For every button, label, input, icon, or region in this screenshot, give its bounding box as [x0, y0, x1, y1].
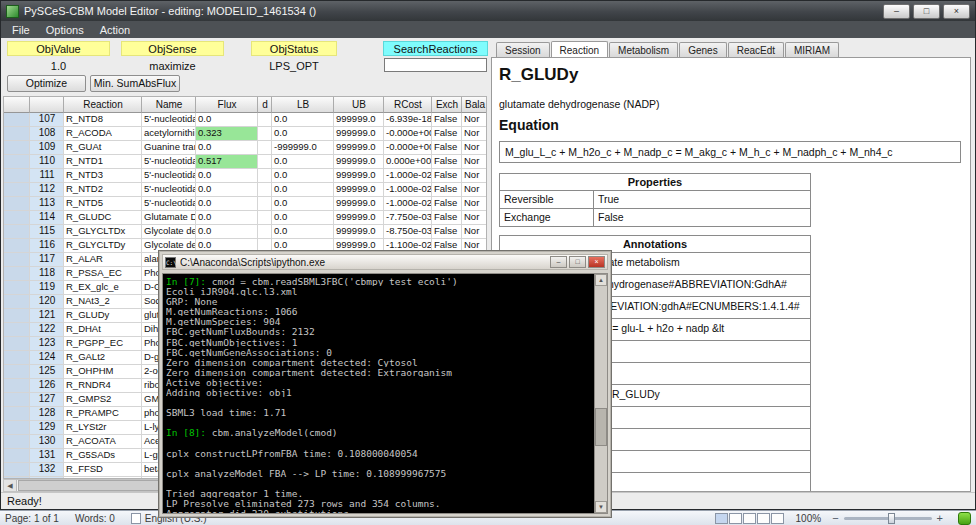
table-cell	[4, 323, 30, 337]
column-header-flux[interactable]: Flux	[196, 97, 258, 113]
table-cell	[4, 309, 30, 323]
tab-reaction[interactable]: Reaction	[551, 41, 608, 57]
console-line	[166, 478, 592, 488]
console-scrollbar[interactable]: ▲ ▼	[594, 274, 607, 513]
column-header-lb[interactable]: LB	[272, 97, 334, 113]
table-cell: 5'-nucleotidase (dUMP)	[142, 155, 196, 169]
zoom-out-button[interactable]: −	[832, 512, 838, 524]
property-label: Exchange	[499, 209, 594, 227]
web-layout-view-icon[interactable]	[743, 513, 756, 524]
column-header-bala[interactable]: Bala	[462, 97, 487, 113]
table-cell: 0.0	[196, 211, 258, 225]
console-line-text: Aggregator did 230 substitutions.	[166, 508, 355, 513]
console-close-button[interactable]: ×	[588, 256, 605, 268]
column-header-ub[interactable]: UB	[334, 97, 384, 113]
green-corner-icon[interactable]	[958, 512, 971, 525]
console-title-bar[interactable]: C:\ C:\Anaconda\Scripts\ipython.exe – □ …	[162, 254, 608, 270]
menu-item-file[interactable]: File	[4, 23, 38, 37]
column-header-rcost[interactable]: RCost	[384, 97, 432, 113]
table-cell: 999999.0	[334, 197, 384, 211]
table-cell: -7.750e-03	[384, 211, 432, 225]
table-cell: 109	[30, 141, 64, 155]
tab-strip: SessionReactionMetabolismGenesReacEdtMIR…	[496, 39, 973, 57]
table-row[interactable]: 112R_NTD25'-nucleotidase (UMP)0.00.09999…	[4, 183, 486, 197]
tab-genes[interactable]: Genes	[679, 42, 726, 57]
scroll-left-arrow-icon[interactable]: ◀	[4, 480, 17, 491]
minimize-button[interactable]: –	[883, 4, 910, 19]
scroll-down-arrow-icon[interactable]: ▼	[595, 501, 607, 513]
column-header[interactable]	[4, 97, 30, 113]
property-label: Reversible	[499, 191, 594, 209]
column-header-exch[interactable]: Exch	[432, 97, 462, 113]
tab-session[interactable]: Session	[496, 42, 550, 57]
table-cell: R_NTD3	[64, 169, 142, 183]
outline-view-icon[interactable]	[757, 513, 770, 524]
console-prompt: In [7]:	[166, 276, 212, 286]
table-cell: 114	[30, 211, 64, 225]
console-scrollbar-thumb[interactable]	[595, 408, 607, 446]
console-line: Aggregator did 230 substitutions.	[166, 508, 592, 513]
table-row[interactable]: 111R_NTD35'-nucleotidase (dCMP)0.00.0999…	[4, 169, 486, 183]
table-cell	[4, 295, 30, 309]
table-row[interactable]: 109R_GUAtGuanine transport0.0-999999.099…	[4, 141, 486, 155]
console-minimize-button[interactable]: –	[550, 256, 567, 268]
table-row[interactable]: 114R_GLUDCGlutamate Decarboxylase0.00.09…	[4, 211, 486, 225]
print-layout-view-icon[interactable]	[715, 513, 728, 524]
console-prompt: In [8]:	[166, 427, 212, 437]
console-line-text: SBML3 load time: 1.71	[166, 407, 286, 417]
min-sumabsflux-button[interactable]: Min. SumAbsFlux	[90, 75, 180, 92]
table-cell: 116	[30, 239, 64, 253]
tab-miriam[interactable]: MIRIAM	[785, 42, 839, 57]
column-header-name[interactable]: Name	[142, 97, 196, 113]
menu-item-options[interactable]: Options	[38, 23, 92, 37]
table-cell: R_PGPP_EC	[64, 337, 142, 351]
column-header-reaction[interactable]: Reaction	[64, 97, 142, 113]
close-button[interactable]: ×	[943, 4, 970, 19]
table-cell: R_ACOATA	[64, 435, 142, 449]
zoom-percentage[interactable]: 100%	[796, 513, 822, 524]
console-line-text: Adding objective: obj1	[166, 387, 292, 397]
table-cell: 130	[30, 435, 64, 449]
scroll-up-arrow-icon[interactable]: ▲	[595, 274, 607, 286]
table-row[interactable]: 107R_NTD85'-nucleotidase (dGMP)0.00.0999…	[4, 113, 486, 127]
zoom-in-button[interactable]: +	[937, 512, 943, 524]
draft-view-icon[interactable]	[771, 513, 784, 524]
console-maximize-button[interactable]: □	[569, 256, 586, 268]
tab-reacedt[interactable]: ReacEdt	[728, 42, 784, 57]
table-cell: 0.000e+00	[384, 155, 432, 169]
word-view-zoom-controls: 100% − +	[714, 512, 971, 525]
menu-item-action[interactable]: Action	[92, 23, 139, 37]
word-word-count[interactable]: Words: 0	[75, 513, 115, 524]
table-cell	[4, 253, 30, 267]
column-header-d[interactable]: d	[258, 97, 272, 113]
console-line: cplx_constructLPfromFBA time: 0.10800004…	[166, 448, 592, 458]
console-line-text: Active objective:	[166, 377, 263, 387]
table-cell: R_GLYCLTDx	[64, 225, 142, 239]
word-page-indicator[interactable]: Page: 1 of 1	[5, 513, 59, 524]
maximize-button[interactable]: □	[913, 4, 940, 19]
table-cell: 999999.0	[334, 211, 384, 225]
table-row[interactable]: 110R_NTD15'-nucleotidase (dUMP)0.5170.09…	[4, 155, 486, 169]
column-header[interactable]	[30, 97, 64, 113]
table-cell: 0.0	[196, 169, 258, 183]
table-header-row: ReactionNameFluxdLBUBRCostExchBala	[4, 97, 486, 113]
title-bar[interactable]: PySCeS-CBM Model Editor - editing: MODEL…	[1, 1, 975, 21]
tab-metabolism[interactable]: Metabolism	[609, 42, 678, 57]
table-cell: 118	[30, 267, 64, 281]
console-output: In [7]: cmod = cbm.readSBML3FBC('cbmpy_t…	[166, 276, 592, 513]
console-line: Zero dimension compartment detected: Ext…	[166, 367, 592, 377]
table-row[interactable]: 113R_NTD55'-nucleotidase (dTMP)0.00.0999…	[4, 197, 486, 211]
table-row[interactable]: 115R_GLYCLTDxGlycolate dehydrogenase (NA…	[4, 225, 486, 239]
zoom-slider[interactable]	[844, 517, 932, 520]
window-title: PySCeS-CBM Model Editor - editing: MODEL…	[24, 5, 880, 17]
zoom-slider-thumb[interactable]	[888, 513, 895, 524]
search-input[interactable]	[384, 58, 487, 72]
fullscreen-view-icon[interactable]	[729, 513, 742, 524]
proofing-icon[interactable]	[131, 513, 141, 524]
optimize-button[interactable]: Optimize	[7, 75, 86, 92]
table-row[interactable]: 108R_ACODAacetylornithine deacetylase0.3…	[4, 127, 486, 141]
table-cell: -0.000e+00	[384, 127, 432, 141]
app-icon	[6, 5, 19, 18]
console-line-text: Ecoli_iJR904.glc.l3.xml	[166, 286, 298, 296]
table-cell: 113	[30, 197, 64, 211]
